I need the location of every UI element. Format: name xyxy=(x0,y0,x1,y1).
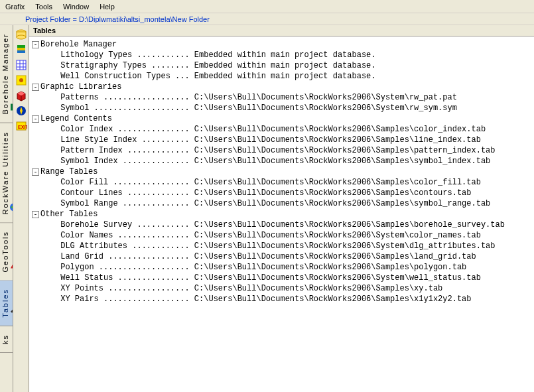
tree-item-text: Pattern Index ............. C:\Users\Bul… xyxy=(32,145,496,156)
side-tab-label: GeoTools xyxy=(1,231,9,272)
tree-item-text: XY Pairs .................. C:\Users\Bul… xyxy=(32,294,472,304)
menu-window[interactable]: Window xyxy=(63,3,89,11)
project-folder-bar: Project Folder = D:\Diplwmatiki\altsi_mo… xyxy=(0,13,534,25)
tree-item-text: Symbol Index .............. C:\Users\Bul… xyxy=(32,156,490,166)
collapse-icon[interactable]: - xyxy=(32,168,39,176)
tree-item[interactable]: Lithology Types ........... Embedded wit… xyxy=(32,50,534,60)
svg-rect-10 xyxy=(17,60,26,70)
svg-text:EXIT: EXIT xyxy=(18,125,27,129)
svg-point-16 xyxy=(19,78,23,82)
menu-grafix[interactable]: Grafix xyxy=(5,3,25,11)
tree-item-text: Color Index ............... C:\Users\Bul… xyxy=(32,124,486,135)
tree-item-text: Polygon ................... C:\Users\Bul… xyxy=(32,262,466,273)
tree-item[interactable]: Pattern Index ............. C:\Users\Bul… xyxy=(32,145,534,156)
menubar: Grafix Tools Window Help xyxy=(0,0,534,13)
tree-item-text: Well Status ............... C:\Users\Bul… xyxy=(32,273,481,283)
collapse-icon[interactable]: - xyxy=(32,115,39,123)
tree-item[interactable]: Patterns .................. C:\Users\Bul… xyxy=(32,92,534,103)
side-tab-label: Borehole Manager xyxy=(1,33,9,115)
collapse-icon[interactable]: - xyxy=(32,41,39,48)
tree-item[interactable]: Stratigraphy Types ........ Embedded wit… xyxy=(32,60,534,71)
lithology-icon[interactable] xyxy=(15,43,28,56)
tree-item-text: Color Names ............... C:\Users\Bul… xyxy=(32,230,481,241)
tree-item[interactable]: XY Pairs .................. C:\Users\Bul… xyxy=(32,294,534,304)
content-area: Tables -Borehole Manager Lithology Types… xyxy=(29,25,534,392)
tree-group-label: Legend Contents xyxy=(40,113,112,124)
side-tab-label: Tables xyxy=(1,289,9,318)
tree-item[interactable]: XY Points ................. C:\Users\Bul… xyxy=(32,283,534,294)
collapse-icon[interactable]: - xyxy=(32,211,39,218)
tree-group[interactable]: -Graphic Libraries xyxy=(32,82,534,92)
side-tab-tables[interactable]: Tables xyxy=(0,281,13,326)
collapse-icon[interactable]: - xyxy=(32,84,39,91)
tree-item-text: Contour Lines ............. C:\Users\Bul… xyxy=(32,188,472,198)
tree-group-label: Range Tables xyxy=(40,166,98,177)
tree-item[interactable]: Color Index ............... C:\Users\Bul… xyxy=(32,124,534,135)
exit-icon[interactable]: EXIT xyxy=(15,119,28,133)
tree-item[interactable]: Borehole Survey ........... C:\Users\Bul… xyxy=(32,220,534,230)
tree-item[interactable]: Symbol Index .............. C:\Users\Bul… xyxy=(32,156,534,166)
svg-rect-8 xyxy=(17,48,25,50)
grid-icon[interactable] xyxy=(15,58,28,72)
tree-item[interactable]: DLG Attributes ............ C:\Users\Bul… xyxy=(32,241,534,251)
tree-item[interactable]: Symbol .................... C:\Users\Bul… xyxy=(32,103,534,113)
side-tabs: Borehole Manager RockWare Utilities GeoT… xyxy=(0,25,13,392)
tree-item[interactable]: Contour Lines ............. C:\Users\Bul… xyxy=(32,188,534,198)
block-icon[interactable] xyxy=(15,89,28,102)
svg-rect-9 xyxy=(17,50,25,53)
tree-item-text: Symbol Range .............. C:\Users\Bul… xyxy=(32,198,490,209)
tree-item-text: Stratigraphy Types ........ Embedded wit… xyxy=(32,60,375,71)
tree-group[interactable]: -Range Tables xyxy=(32,166,534,177)
tree-item[interactable]: Polygon ................... C:\Users\Bul… xyxy=(32,262,534,273)
yellow-app-icon[interactable] xyxy=(15,74,28,87)
side-tab-geotools[interactable]: GeoTools xyxy=(0,223,13,281)
tree-item[interactable]: Well Construction Types ... Embedded wit… xyxy=(32,71,534,82)
tree-group[interactable]: -Other Tables xyxy=(32,209,534,220)
tree-group[interactable]: -Borehole Manager xyxy=(32,39,534,50)
tree-group-label: Other Tables xyxy=(40,209,98,220)
tree-item-text: XY Points ................. C:\Users\Bul… xyxy=(32,283,442,294)
tree-item[interactable]: Symbol Range .............. C:\Users\Bul… xyxy=(32,198,534,209)
svg-rect-7 xyxy=(17,45,25,48)
tables-tree[interactable]: -Borehole Manager Lithology Types ......… xyxy=(29,36,534,392)
side-tab-rockware-utilities[interactable]: RockWare Utilities xyxy=(0,123,13,223)
tree-item[interactable]: Well Status ............... C:\Users\Bul… xyxy=(32,273,534,283)
compass-icon[interactable] xyxy=(15,104,28,117)
tree-item[interactable]: Line Style Index .......... C:\Users\Bul… xyxy=(32,135,534,145)
side-tab-borehole-manager[interactable]: Borehole Manager xyxy=(0,25,13,123)
project-folder-label[interactable]: Project Folder = D:\Diplwmatiki\altsi_mo… xyxy=(25,15,210,23)
side-tab-label: ks xyxy=(1,334,9,344)
tree-item-text: Land Grid ................. C:\Users\Bul… xyxy=(32,251,476,262)
svg-point-6 xyxy=(17,35,26,39)
side-tab-label: RockWare Utilities xyxy=(1,131,9,214)
tree-item[interactable]: Land Grid ................. C:\Users\Bul… xyxy=(32,251,534,262)
menu-help[interactable]: Help xyxy=(100,3,115,11)
tree-item-text: Color Fill ................ C:\Users\Bul… xyxy=(32,177,481,188)
tree-group-label: Graphic Libraries xyxy=(40,82,121,92)
toolstrip: EXIT xyxy=(13,25,29,392)
tree-item[interactable]: Color Names ............... C:\Users\Bul… xyxy=(32,230,534,241)
tree-item-text: Lithology Types ........... Embedded wit… xyxy=(32,50,375,60)
section-header-tables: Tables xyxy=(29,25,534,36)
tree-item-text: Borehole Survey ........... C:\Users\Bul… xyxy=(32,220,505,230)
tree-item-text: Patterns .................. C:\Users\Bul… xyxy=(32,92,457,103)
tree-item-text: Line Style Index .......... C:\Users\Bul… xyxy=(32,135,481,145)
tree-item-text: Symbol .................... C:\Users\Bul… xyxy=(32,103,457,113)
tree-item[interactable]: Color Fill ................ C:\Users\Bul… xyxy=(32,177,534,188)
side-tab-ks[interactable]: ks xyxy=(0,326,13,353)
database-icon[interactable] xyxy=(15,28,28,41)
tree-group[interactable]: -Legend Contents xyxy=(32,113,534,124)
menu-tools[interactable]: Tools xyxy=(35,3,52,11)
tree-group-label: Borehole Manager xyxy=(40,39,117,50)
tree-item-text: DLG Attributes ............ C:\Users\Bul… xyxy=(32,241,496,251)
tree-item-text: Well Construction Types ... Embedded wit… xyxy=(32,71,375,82)
